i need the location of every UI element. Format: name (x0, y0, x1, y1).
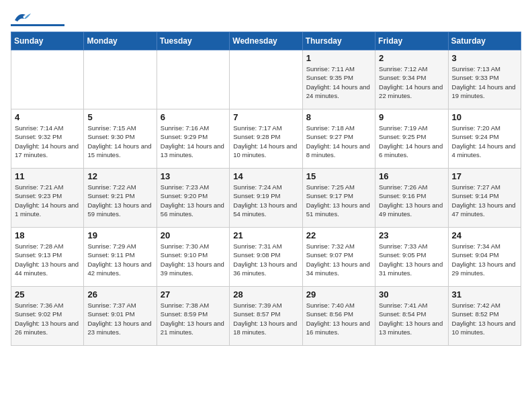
day-info: Sunrise: 7:28 AM Sunset: 9:13 PM Dayligh… (15, 242, 80, 277)
calendar-cell: 19Sunrise: 7:29 AM Sunset: 9:11 PM Dayli… (84, 228, 157, 287)
calendar-cell: 16Sunrise: 7:26 AM Sunset: 9:16 PM Dayli… (375, 169, 448, 228)
day-number: 15 (306, 171, 371, 181)
calendar-week-row: 1Sunrise: 7:11 AM Sunset: 9:35 PM Daylig… (11, 50, 521, 109)
day-number: 23 (379, 230, 444, 240)
day-info: Sunrise: 7:16 AM Sunset: 9:29 PM Dayligh… (161, 124, 226, 159)
day-info: Sunrise: 7:27 AM Sunset: 9:14 PM Dayligh… (452, 183, 517, 218)
day-number: 21 (233, 230, 298, 240)
calendar-cell: 11Sunrise: 7:21 AM Sunset: 9:23 PM Dayli… (11, 169, 84, 228)
day-number: 8 (306, 112, 371, 122)
day-info: Sunrise: 7:15 AM Sunset: 9:30 PM Dayligh… (87, 124, 152, 159)
day-info: Sunrise: 7:37 AM Sunset: 9:01 PM Dayligh… (87, 301, 152, 336)
page-header (11, 11, 521, 26)
day-info: Sunrise: 7:29 AM Sunset: 9:11 PM Dayligh… (87, 242, 152, 277)
day-number: 4 (15, 112, 80, 122)
day-number: 1 (306, 53, 371, 63)
day-number: 11 (15, 171, 80, 181)
calendar-cell: 26Sunrise: 7:37 AM Sunset: 9:01 PM Dayli… (84, 287, 157, 346)
day-number: 19 (87, 230, 152, 240)
day-number: 9 (379, 112, 444, 122)
calendar-cell: 17Sunrise: 7:27 AM Sunset: 9:14 PM Dayli… (448, 169, 521, 228)
day-info: Sunrise: 7:17 AM Sunset: 9:28 PM Dayligh… (233, 124, 298, 159)
day-info: Sunrise: 7:42 AM Sunset: 8:52 PM Dayligh… (452, 301, 517, 336)
day-number: 12 (87, 171, 152, 181)
calendar-cell: 18Sunrise: 7:28 AM Sunset: 9:13 PM Dayli… (11, 228, 84, 287)
weekday-header: Monday (84, 32, 157, 50)
calendar-cell: 6Sunrise: 7:16 AM Sunset: 9:29 PM Daylig… (157, 109, 229, 169)
day-info: Sunrise: 7:12 AM Sunset: 9:34 PM Dayligh… (379, 64, 444, 100)
logo-divider (11, 24, 64, 26)
day-number: 30 (379, 289, 444, 300)
calendar-cell: 8Sunrise: 7:18 AM Sunset: 9:27 PM Daylig… (302, 109, 375, 169)
calendar-cell (230, 50, 302, 109)
calendar-cell: 15Sunrise: 7:25 AM Sunset: 9:17 PM Dayli… (302, 169, 375, 228)
day-number: 7 (233, 112, 298, 122)
calendar-cell: 22Sunrise: 7:32 AM Sunset: 9:07 PM Dayli… (302, 228, 375, 287)
calendar-cell: 25Sunrise: 7:36 AM Sunset: 9:02 PM Dayli… (11, 287, 84, 346)
day-number: 27 (161, 289, 226, 300)
calendar-cell: 10Sunrise: 7:20 AM Sunset: 9:24 PM Dayli… (448, 109, 521, 169)
day-info: Sunrise: 7:24 AM Sunset: 9:19 PM Dayligh… (233, 183, 298, 218)
day-number: 16 (379, 171, 444, 181)
calendar-header-row: SundayMondayTuesdayWednesdayThursdayFrid… (11, 32, 521, 50)
weekday-header: Friday (375, 32, 448, 50)
day-info: Sunrise: 7:13 AM Sunset: 9:33 PM Dayligh… (452, 64, 517, 100)
calendar-cell: 30Sunrise: 7:41 AM Sunset: 8:54 PM Dayli… (375, 287, 448, 346)
day-info: Sunrise: 7:22 AM Sunset: 9:21 PM Dayligh… (87, 183, 152, 218)
calendar-table: SundayMondayTuesdayWednesdayThursdayFrid… (11, 32, 521, 346)
calendar-cell: 14Sunrise: 7:24 AM Sunset: 9:19 PM Dayli… (230, 169, 302, 228)
day-number: 17 (452, 171, 517, 181)
calendar-cell (157, 50, 229, 109)
day-number: 18 (15, 230, 80, 240)
day-info: Sunrise: 7:23 AM Sunset: 9:20 PM Dayligh… (161, 183, 226, 218)
day-info: Sunrise: 7:31 AM Sunset: 9:08 PM Dayligh… (233, 242, 298, 277)
day-number: 14 (233, 171, 298, 181)
day-number: 2 (379, 53, 444, 63)
calendar-cell (11, 50, 84, 109)
logo (11, 11, 64, 26)
calendar-cell: 3Sunrise: 7:13 AM Sunset: 9:33 PM Daylig… (448, 50, 521, 109)
calendar-week-row: 11Sunrise: 7:21 AM Sunset: 9:23 PM Dayli… (11, 169, 521, 228)
day-info: Sunrise: 7:36 AM Sunset: 9:02 PM Dayligh… (15, 301, 80, 336)
day-number: 20 (161, 230, 226, 240)
day-info: Sunrise: 7:39 AM Sunset: 8:57 PM Dayligh… (233, 301, 298, 336)
calendar-week-row: 25Sunrise: 7:36 AM Sunset: 9:02 PM Dayli… (11, 287, 521, 346)
calendar-cell: 13Sunrise: 7:23 AM Sunset: 9:20 PM Dayli… (157, 169, 229, 228)
calendar-cell (84, 50, 157, 109)
day-info: Sunrise: 7:21 AM Sunset: 9:23 PM Dayligh… (15, 183, 80, 218)
calendar-cell: 2Sunrise: 7:12 AM Sunset: 9:34 PM Daylig… (375, 50, 448, 109)
day-info: Sunrise: 7:38 AM Sunset: 8:59 PM Dayligh… (161, 301, 226, 336)
weekday-header: Saturday (448, 32, 521, 50)
day-number: 3 (452, 53, 517, 63)
calendar-cell: 4Sunrise: 7:14 AM Sunset: 9:32 PM Daylig… (11, 109, 84, 169)
day-info: Sunrise: 7:11 AM Sunset: 9:35 PM Dayligh… (306, 64, 371, 100)
day-info: Sunrise: 7:30 AM Sunset: 9:10 PM Dayligh… (161, 242, 226, 277)
calendar-week-row: 4Sunrise: 7:14 AM Sunset: 9:32 PM Daylig… (11, 109, 521, 169)
day-number: 28 (233, 289, 298, 300)
day-info: Sunrise: 7:26 AM Sunset: 9:16 PM Dayligh… (379, 183, 444, 218)
calendar-cell: 27Sunrise: 7:38 AM Sunset: 8:59 PM Dayli… (157, 287, 229, 346)
day-info: Sunrise: 7:14 AM Sunset: 9:32 PM Dayligh… (15, 124, 80, 159)
calendar-cell: 9Sunrise: 7:19 AM Sunset: 9:25 PM Daylig… (375, 109, 448, 169)
calendar-cell: 24Sunrise: 7:34 AM Sunset: 9:04 PM Dayli… (448, 228, 521, 287)
day-info: Sunrise: 7:33 AM Sunset: 9:05 PM Dayligh… (379, 242, 444, 277)
weekday-header: Sunday (11, 32, 84, 50)
day-number: 13 (161, 171, 226, 181)
day-info: Sunrise: 7:19 AM Sunset: 9:25 PM Dayligh… (379, 124, 444, 159)
day-number: 31 (452, 289, 517, 300)
calendar-cell: 5Sunrise: 7:15 AM Sunset: 9:30 PM Daylig… (84, 109, 157, 169)
calendar-cell: 1Sunrise: 7:11 AM Sunset: 9:35 PM Daylig… (302, 50, 375, 109)
weekday-header: Wednesday (230, 32, 302, 50)
calendar-cell: 28Sunrise: 7:39 AM Sunset: 8:57 PM Dayli… (230, 287, 302, 346)
day-number: 29 (306, 289, 371, 300)
calendar-cell: 7Sunrise: 7:17 AM Sunset: 9:28 PM Daylig… (230, 109, 302, 169)
day-info: Sunrise: 7:40 AM Sunset: 8:56 PM Dayligh… (306, 301, 371, 336)
calendar-cell: 23Sunrise: 7:33 AM Sunset: 9:05 PM Dayli… (375, 228, 448, 287)
day-info: Sunrise: 7:25 AM Sunset: 9:17 PM Dayligh… (306, 183, 371, 218)
day-number: 5 (87, 112, 152, 122)
calendar-cell: 21Sunrise: 7:31 AM Sunset: 9:08 PM Dayli… (230, 228, 302, 287)
weekday-header: Tuesday (157, 32, 229, 50)
day-number: 24 (452, 230, 517, 240)
day-number: 22 (306, 230, 371, 240)
calendar-cell: 12Sunrise: 7:22 AM Sunset: 9:21 PM Dayli… (84, 169, 157, 228)
